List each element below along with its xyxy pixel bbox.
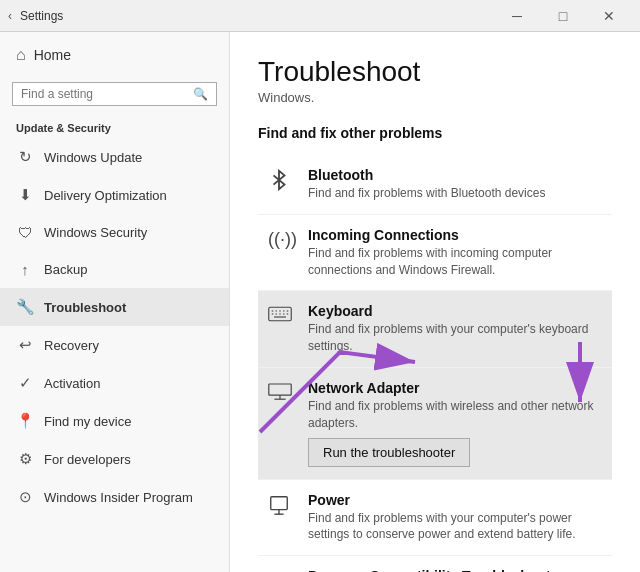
sidebar-item-label: Recovery (44, 338, 99, 353)
keyboard-text: Keyboard Find and fix problems with your… (308, 303, 602, 355)
search-icon: 🔍 (193, 87, 208, 101)
activation-icon: ✓ (16, 374, 34, 392)
problem-item-power[interactable]: Power Find and fix problems with your co… (258, 480, 612, 557)
windows-security-icon: 🛡 (16, 224, 34, 241)
bluetooth-desc: Find and fix problems with Bluetooth dev… (308, 185, 602, 202)
incoming-text: Incoming Connections Find and fix proble… (308, 227, 602, 279)
back-button[interactable]: ‹ (8, 9, 12, 23)
problem-item-compatibility[interactable]: Program Compatibility Troubleshooter Fin… (258, 556, 612, 572)
backup-icon: ↑ (16, 261, 34, 278)
windows-update-icon: ↻ (16, 148, 34, 166)
keyboard-icon (268, 305, 294, 328)
sidebar-item-activation[interactable]: ✓ Activation (0, 364, 229, 402)
sidebar-item-label: Windows Insider Program (44, 490, 193, 505)
problem-item-bluetooth[interactable]: Bluetooth Find and fix problems with Blu… (258, 155, 612, 215)
keyboard-desc: Find and fix problems with your computer… (308, 321, 602, 355)
window-controls: ─ □ ✕ (494, 0, 632, 32)
network-desc: Find and fix problems with wireless and … (308, 398, 602, 432)
bluetooth-name: Bluetooth (308, 167, 602, 183)
compatibility-text: Program Compatibility Troubleshooter Fin… (308, 568, 602, 572)
section-heading: Find and fix other problems (258, 125, 612, 141)
page-title: Troubleshoot (258, 56, 612, 88)
sidebar-item-delivery-optimization[interactable]: ⬇ Delivery Optimization (0, 176, 229, 214)
sidebar-home[interactable]: ⌂ Home (0, 32, 229, 78)
search-input[interactable] (21, 87, 187, 101)
titlebar: ‹ Settings ─ □ ✕ (0, 0, 640, 32)
sidebar-search-box[interactable]: 🔍 (12, 82, 217, 106)
incoming-desc: Find and fix problems with incoming comp… (308, 245, 602, 279)
troubleshoot-icon: 🔧 (16, 298, 34, 316)
close-button[interactable]: ✕ (586, 0, 632, 32)
delivery-optimization-icon: ⬇ (16, 186, 34, 204)
keyboard-name: Keyboard (308, 303, 602, 319)
sidebar-item-label: Windows Security (44, 225, 147, 240)
bluetooth-icon (268, 169, 294, 196)
problem-item-network[interactable]: Network Adapter Find and fix problems wi… (258, 368, 612, 480)
power-name: Power (308, 492, 602, 508)
sidebar-item-label: Windows Update (44, 150, 142, 165)
sidebar-item-recovery[interactable]: ↩ Recovery (0, 326, 229, 364)
power-icon (268, 494, 294, 521)
run-troubleshooter-button[interactable]: Run the troubleshooter (308, 438, 470, 467)
find-device-icon: 📍 (16, 412, 34, 430)
titlebar-title: Settings (20, 9, 494, 23)
developers-icon: ⚙ (16, 450, 34, 468)
minimize-button[interactable]: ─ (494, 0, 540, 32)
sidebar-item-windows-update[interactable]: ↻ Windows Update (0, 138, 229, 176)
sidebar-section-title: Update & Security (0, 114, 229, 138)
network-text: Network Adapter Find and fix problems wi… (308, 380, 602, 467)
sidebar-item-label: Find my device (44, 414, 131, 429)
network-icon (268, 382, 294, 407)
power-desc: Find and fix problems with your computer… (308, 510, 602, 544)
home-label: Home (34, 47, 71, 63)
sidebar-item-label: For developers (44, 452, 131, 467)
svg-rect-12 (269, 384, 291, 395)
sidebar-item-label: Delivery Optimization (44, 188, 167, 203)
incoming-icon: ((·)) (268, 229, 294, 250)
sidebar-item-for-developers[interactable]: ⚙ For developers (0, 440, 229, 478)
sidebar-item-label: Troubleshoot (44, 300, 126, 315)
sidebar-item-find-my-device[interactable]: 📍 Find my device (0, 402, 229, 440)
problem-item-incoming[interactable]: ((·)) Incoming Connections Find and fix … (258, 215, 612, 292)
sidebar-item-windows-security[interactable]: 🛡 Windows Security (0, 214, 229, 251)
main-layout: ⌂ Home 🔍 Update & Security ↻ Windows Upd… (0, 32, 640, 572)
compatibility-name: Program Compatibility Troubleshooter (308, 568, 602, 572)
sidebar-item-backup[interactable]: ↑ Backup (0, 251, 229, 288)
sidebar-item-troubleshoot[interactable]: 🔧 Troubleshoot (0, 288, 229, 326)
content-area: Troubleshoot Windows. Find and fix other… (230, 32, 640, 572)
power-text: Power Find and fix problems with your co… (308, 492, 602, 544)
problem-item-keyboard[interactable]: Keyboard Find and fix problems with your… (258, 291, 612, 368)
home-icon: ⌂ (16, 46, 26, 64)
sidebar-item-windows-insider[interactable]: ⊙ Windows Insider Program (0, 478, 229, 516)
network-name: Network Adapter (308, 380, 602, 396)
maximize-button[interactable]: □ (540, 0, 586, 32)
insider-icon: ⊙ (16, 488, 34, 506)
sidebar: ⌂ Home 🔍 Update & Security ↻ Windows Upd… (0, 32, 230, 572)
content-subtitle: Windows. (258, 90, 612, 105)
sidebar-item-label: Activation (44, 376, 100, 391)
incoming-name: Incoming Connections (308, 227, 602, 243)
sidebar-item-label: Backup (44, 262, 87, 277)
recovery-icon: ↩ (16, 336, 34, 354)
bluetooth-text: Bluetooth Find and fix problems with Blu… (308, 167, 602, 202)
svg-rect-15 (271, 496, 288, 509)
